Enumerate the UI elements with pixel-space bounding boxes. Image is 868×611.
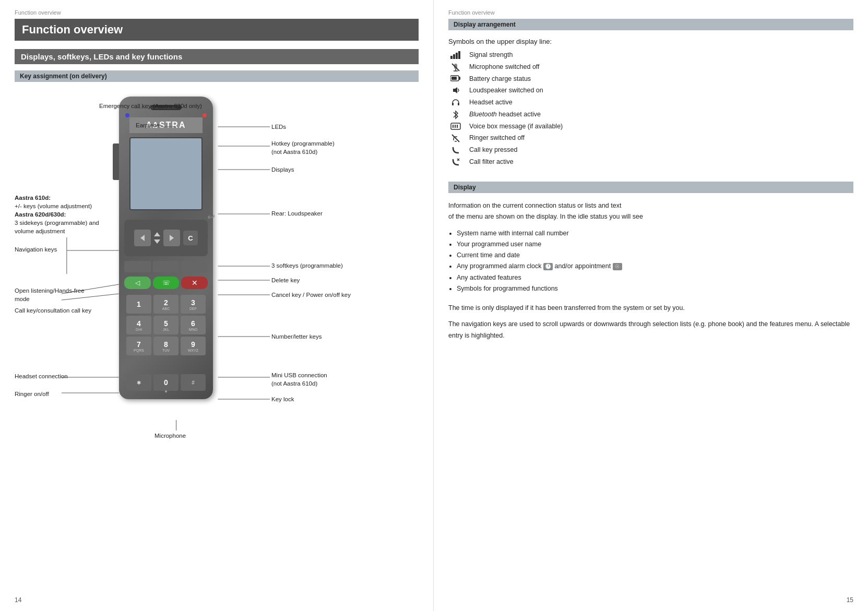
display-note2: The navigation keys are used to scroll u…: [448, 319, 853, 341]
microphone-dot: ●: [164, 388, 168, 394]
label-earpiece: Earpiece: [136, 121, 159, 129]
symbol-ringer-off: Ringer switched off: [448, 134, 853, 143]
label-displays: Displays: [271, 165, 294, 174]
svg-rect-29: [459, 77, 460, 80]
softkeys-row: [124, 259, 208, 274]
bluetooth-icon: [448, 110, 463, 119]
label-leds: LEDs: [271, 123, 286, 131]
nav-right-triangle: [170, 235, 174, 241]
symbol-battery: Battery charge status: [448, 75, 853, 84]
label-delete-key: Delete key: [271, 276, 300, 284]
num-1[interactable]: 1: [126, 295, 151, 314]
svg-rect-32: [452, 103, 454, 105]
svg-rect-23: [458, 51, 460, 59]
num-6[interactable]: 6MNO: [181, 316, 206, 334]
svg-marker-31: [453, 87, 457, 93]
display-note1: The time is only displayed if it has bee…: [448, 303, 853, 314]
label-headset: Headset connection: [15, 372, 68, 380]
symbol-call-filter: Call filter active: [448, 158, 853, 167]
bullet-symbols: Symbols for programmed functions: [457, 283, 853, 294]
c-button[interactable]: C: [183, 231, 198, 245]
softkey-3[interactable]: [181, 261, 208, 272]
aastra620-detail: 3 sidekeys (programmable) andvolume adju…: [15, 220, 99, 234]
symbol-voicebox: Voice box message (if available): [448, 122, 853, 131]
svg-line-38: [452, 135, 459, 142]
appointment-icon: ☉: [613, 263, 622, 270]
svg-rect-35: [453, 125, 454, 128]
symbol-ringer-off-text: Ringer switched off: [469, 134, 525, 143]
bluetooth-italic: Bluetooth: [469, 111, 497, 118]
headset-active-icon: [448, 98, 463, 107]
aastra620-title: Aastra 620d/630d:: [15, 211, 66, 218]
num-8[interactable]: 8TUV: [153, 337, 179, 355]
page-num-right: 15: [847, 596, 853, 604]
display-info-section: Display Information on the current conne…: [448, 182, 853, 341]
open-listening-btn[interactable]: ◁: [124, 277, 151, 289]
symbol-signal: Signal strength: [448, 51, 853, 60]
num-7[interactable]: 7PQRS: [126, 337, 151, 355]
symbol-mic-off: Microphone switched off: [448, 63, 853, 72]
symbol-mic-off-text: Microphone switched off: [469, 63, 540, 72]
key-lock-btn[interactable]: #: [181, 374, 206, 391]
svg-rect-30: [451, 77, 457, 80]
label-microphone: Microphone: [154, 432, 186, 440]
num-9[interactable]: 9WXYZ: [181, 337, 206, 355]
right-section-label: Function overview: [448, 9, 853, 16]
num-2[interactable]: 2ABC: [153, 295, 179, 314]
page-num-left: 14: [15, 596, 21, 604]
label-nav-keys: Navigation keys: [15, 245, 57, 254]
call-pressed-icon: [448, 146, 463, 155]
svg-rect-36: [455, 125, 456, 128]
label-call-key: Call key/consultation call key: [15, 306, 91, 315]
label-emergency: Emergency call key (Aastra 630d only): [99, 102, 202, 110]
svg-rect-21: [453, 54, 455, 59]
label-key-lock: Key lock: [271, 395, 294, 403]
side-keys: [113, 143, 119, 180]
num-4[interactable]: 4GHI: [126, 316, 151, 334]
cancel-power-btn[interactable]: ✕: [181, 277, 208, 289]
bullet-alarm: Any programmed alarm clock 🕐 and/or appo…: [457, 261, 853, 272]
num-3[interactable]: 3DEF: [181, 295, 206, 314]
softkey-1[interactable]: [124, 261, 151, 272]
display-screen: [129, 137, 203, 210]
symbol-voicebox-text: Voice box message (if available): [469, 122, 563, 131]
label-ringer: Ringer on/off: [15, 390, 49, 398]
symbol-signal-text: Signal strength: [469, 51, 513, 60]
diagram-area: A∆STRA ↩: [15, 91, 419, 446]
alarm-icon: 🕐: [543, 263, 553, 270]
display-arrangement-bar: Display arrangement: [448, 19, 853, 30]
bullet-activated-features: Any activated features: [457, 272, 853, 283]
symbol-call-pressed: Call key pressed: [448, 146, 853, 155]
symbol-headset-text: Headset active: [469, 98, 513, 107]
symbol-headset: Headset active: [448, 98, 853, 107]
display-arrangement-section: Display arrangement Symbols on the upper…: [448, 19, 853, 167]
label-number-keys: Number/letter keys: [271, 332, 322, 341]
aastra610-detail: +/- keys (volume adjustment): [15, 203, 92, 209]
main-title: Function overview: [15, 19, 419, 41]
signal-icon: [448, 51, 463, 59]
sub-sub-title: Key assignment (on delivery): [15, 70, 419, 82]
symbol-bluetooth: Bluetooth headset active: [448, 110, 853, 119]
rear-loudspeaker-icon: ↩: [207, 211, 215, 223]
bullet-user-name: Your programmed user name: [457, 239, 853, 250]
num-5[interactable]: 5JKL: [153, 316, 179, 334]
softkey-2[interactable]: [153, 261, 180, 272]
battery-icon: [448, 75, 463, 82]
display-intro-line1: Information on the current connection st…: [448, 202, 621, 209]
led-left: [125, 113, 129, 117]
label-softkeys: 3 softkeys (programmable): [271, 261, 343, 270]
led-right: [203, 113, 207, 117]
symbol-battery-text: Battery charge status: [469, 75, 531, 84]
nav-left-btn[interactable]: [134, 230, 151, 246]
svg-rect-37: [457, 125, 458, 128]
call-key-btn[interactable]: ☏: [153, 277, 180, 289]
bullet-time-date: Current time and date: [457, 250, 853, 261]
label-rear-loudspeaker: Rear: Loudspeaker: [271, 209, 323, 218]
ringer-off-icon: [448, 134, 463, 143]
nav-right-btn[interactable]: [163, 230, 180, 246]
label-mini-usb: Mini USB connection (not Aastra 610d): [271, 371, 327, 388]
headset-btn[interactable]: ✱: [126, 374, 151, 391]
left-page: Function overview Function overview Disp…: [0, 0, 434, 611]
symbol-call-filter-text: Call filter active: [469, 158, 514, 167]
diagram-lines: [15, 91, 419, 446]
